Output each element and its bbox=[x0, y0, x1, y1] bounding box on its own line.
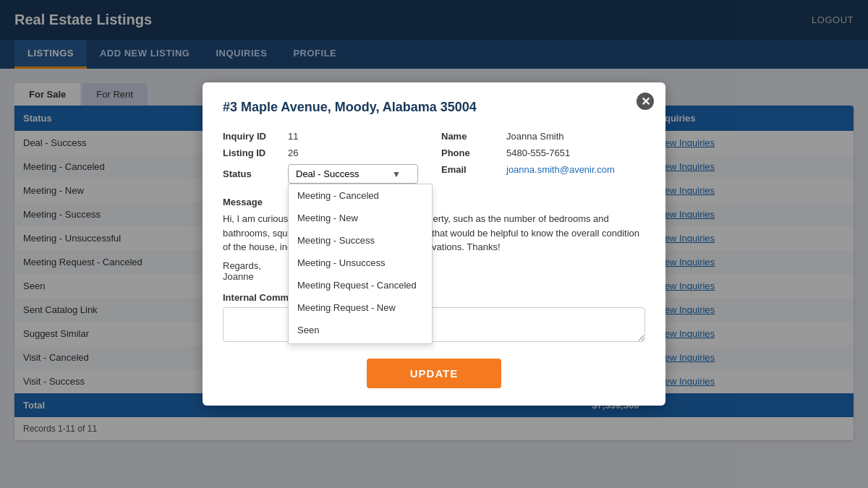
dropdown-option[interactable]: Meeting - New bbox=[289, 207, 432, 229]
dropdown-option[interactable]: Meeting - Unsuccess bbox=[289, 252, 432, 274]
status-chevron-down-icon: ▼ bbox=[392, 169, 401, 179]
dropdown-option[interactable]: Meeting Request - Canceled bbox=[289, 274, 432, 296]
listing-id-row: Listing ID 26 bbox=[223, 145, 427, 161]
inquiry-id-label: Inquiry ID bbox=[223, 131, 281, 142]
modal-fields-grid: Inquiry ID 11 Listing ID 26 Status Deal … bbox=[223, 128, 645, 187]
internal-comment-section: Internal Comm... bbox=[223, 292, 645, 344]
internal-comment-label: Internal Comm... bbox=[223, 292, 645, 303]
dropdown-option[interactable]: Meeting - Success bbox=[289, 229, 432, 252]
modal-right-fields: Name Joanna Smith Phone 5480-555-7651 Em… bbox=[441, 128, 645, 187]
dropdown-option[interactable]: Meeting Request - New bbox=[289, 296, 432, 319]
update-button[interactable]: UPDATE bbox=[367, 359, 502, 388]
status-dropdown-menu[interactable]: Meeting - CanceledMeeting - NewMeeting -… bbox=[288, 184, 433, 344]
email-row: Email joanna.smith@avenir.com bbox=[441, 161, 645, 178]
inquiry-id-value: 11 bbox=[288, 131, 298, 142]
email-value[interactable]: joanna.smith@avenir.com bbox=[506, 164, 615, 175]
inquiry-id-row: Inquiry ID 11 bbox=[223, 128, 427, 145]
message-label: Message bbox=[223, 197, 645, 207]
phone-value: 5480-555-7651 bbox=[506, 147, 570, 158]
listing-id-label: Listing ID bbox=[223, 147, 281, 158]
phone-label: Phone bbox=[441, 147, 499, 158]
update-button-row: UPDATE bbox=[223, 359, 645, 388]
status-field-wrapper: Deal - Success ▼ Meeting - CanceledMeeti… bbox=[288, 164, 418, 184]
status-dropdown-trigger[interactable]: Deal - Success ▼ bbox=[288, 164, 418, 184]
name-row: Name Joanna Smith bbox=[441, 128, 645, 145]
status-label: Status bbox=[223, 168, 281, 179]
modal-close-button[interactable]: ✕ bbox=[637, 93, 654, 110]
modal-dialog: ✕ #3 Maple Avenue, Moody, Alabama 35004 … bbox=[203, 82, 665, 406]
dropdown-option[interactable]: Sent Catalog Link bbox=[289, 341, 432, 343]
status-current-value: Deal - Success bbox=[296, 168, 359, 179]
modal-overlay: ✕ #3 Maple Avenue, Moody, Alabama 35004 … bbox=[0, 0, 868, 455]
message-regards: Regards,Joanne bbox=[223, 260, 645, 282]
name-value: Joanna Smith bbox=[506, 131, 564, 142]
message-text: Hi, I am curious about more details abou… bbox=[223, 212, 645, 254]
message-section: Message Hi, I am curious about more deta… bbox=[223, 197, 645, 282]
listing-id-value: 26 bbox=[288, 147, 298, 158]
status-row: Status Deal - Success ▼ Meeting - Cancel… bbox=[223, 161, 427, 187]
dropdown-option[interactable]: Seen bbox=[289, 319, 432, 341]
dropdown-option[interactable]: Meeting - Canceled bbox=[289, 184, 432, 207]
phone-row: Phone 5480-555-7651 bbox=[441, 145, 645, 161]
internal-comment-textarea[interactable] bbox=[223, 307, 645, 342]
status-dropdown-scrollable[interactable]: Meeting - CanceledMeeting - NewMeeting -… bbox=[289, 184, 432, 343]
name-label: Name bbox=[441, 131, 499, 142]
modal-left-fields: Inquiry ID 11 Listing ID 26 Status Deal … bbox=[223, 128, 427, 187]
email-label: Email bbox=[441, 164, 499, 175]
modal-title: #3 Maple Avenue, Moody, Alabama 35004 bbox=[223, 100, 645, 115]
